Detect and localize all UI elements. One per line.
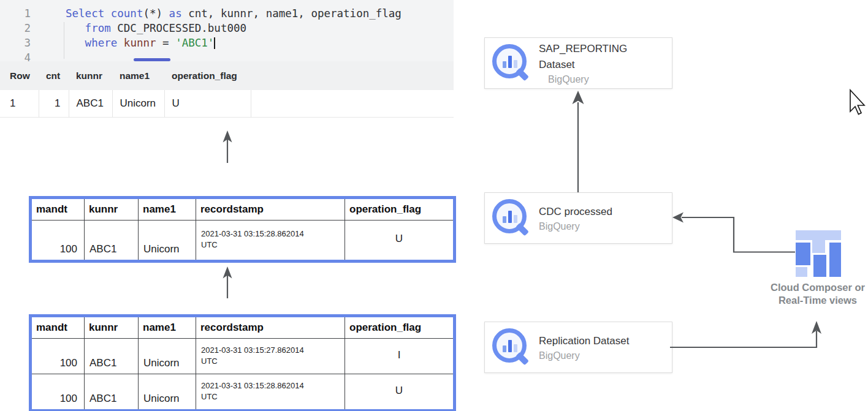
replication-dataset-table: mandtkunnrname1recordstampoperation_flag… <box>29 314 456 411</box>
card-subtitle: BigQuery <box>539 73 653 86</box>
card-cdc-processed: CDC processed BigQuery <box>484 192 672 244</box>
arrow-composer-to-cdc-card <box>682 217 795 252</box>
column-header: name1 <box>139 316 196 339</box>
code-line: 4 <box>0 50 454 61</box>
chart-bar-icon <box>508 56 512 68</box>
magnifier-handle <box>516 68 529 81</box>
header-row: mandtkunnrname1recordstampoperation_flag <box>31 316 455 339</box>
column-header: operation_flag <box>164 61 251 90</box>
table-row: 11ABC1UnicornU <box>0 90 454 118</box>
code-token: from <box>85 22 111 34</box>
column-header: recordstamp <box>196 198 345 221</box>
column-header: recordstamp <box>196 316 345 339</box>
cloud-composer-label: Cloud Composer or Real-Time views <box>763 281 868 307</box>
table-cell: ABC1 <box>85 339 139 374</box>
header-row: mandtkunnrname1recordstampoperation_flag <box>31 198 455 221</box>
table-row: 100ABC1Unicorn2021-03-31 03:15:27.862014… <box>31 339 455 374</box>
column-header: operation_flag <box>345 198 455 221</box>
column-header <box>251 61 454 90</box>
line-number: 1 <box>0 6 31 21</box>
column-header: kunnr <box>85 198 139 221</box>
table-row: 100ABC1Unicorn2021-03-31 03:15:28.862014… <box>31 374 455 411</box>
editor-scrollbar[interactable] <box>134 58 170 61</box>
line-number: 4 <box>0 50 31 61</box>
bigquery-icon <box>492 328 531 367</box>
column-header: name1 <box>139 198 196 221</box>
column-header: operation_flag <box>345 316 455 339</box>
table-cell: Unicorn <box>139 374 196 411</box>
indent-guide <box>64 22 64 59</box>
chart-bar-icon <box>514 215 517 223</box>
code-token: as <box>169 7 182 20</box>
chart-bar-icon <box>508 340 512 352</box>
column-header: name1 <box>112 61 164 90</box>
table-cell: 100 <box>31 221 85 262</box>
table-cell: 100 <box>31 339 85 374</box>
table-cell: Unicorn <box>139 221 196 262</box>
composer-label-line1: Cloud Composer or <box>763 281 868 294</box>
card-title: SAP_REPORTING Dataset <box>539 41 653 73</box>
code-line: 1Select count(*) as cnt, kunnr, name1, o… <box>0 6 454 21</box>
column-header: mandt <box>31 316 85 339</box>
chart-bar-icon <box>514 60 517 68</box>
table-cell: 1 <box>39 90 69 118</box>
table-cell: ABC1 <box>69 90 112 118</box>
code-token: CDC_PROCESSED.but000 <box>111 22 246 34</box>
column-header: cnt <box>39 61 69 90</box>
card-title: Replication Dataset <box>539 333 653 349</box>
code-line: 3 where kunnr = 'ABC1' <box>0 36 454 50</box>
card-subtitle: BigQuery <box>539 220 653 233</box>
chart-bar-icon <box>503 216 506 223</box>
query-results-panel: Rowcntkunnrname1operation_flag11ABC1Unic… <box>0 61 454 118</box>
table-cell: U <box>164 90 251 118</box>
card-replication-dataset: Replication Dataset BigQuery <box>484 322 672 373</box>
table-cell: ABC1 <box>85 374 139 411</box>
table-cell: ABC1 <box>85 221 139 262</box>
column-header: kunnr <box>85 316 139 339</box>
header-row: Rowcntkunnrname1operation_flag <box>0 61 454 90</box>
table-cell: Unicorn <box>139 339 196 374</box>
code-line: 2 from CDC_PROCESSED.but000 <box>0 21 454 36</box>
table-cell: 100 <box>31 374 85 411</box>
line-number: 2 <box>0 21 31 36</box>
cdc-processed-table: mandtkunnrname1recordstampoperation_flag… <box>29 196 456 263</box>
code-token <box>66 22 85 34</box>
code-token: = <box>156 37 176 49</box>
table-cell: U <box>345 221 455 262</box>
table-cell: 2021-03-31 03:15:28.862014 UTC <box>196 221 345 262</box>
code-token: (*) <box>143 7 162 20</box>
card-sap-reporting-dataset: SAP_REPORTING Dataset BigQuery <box>484 37 672 89</box>
card-subtitle: BigQuery <box>539 349 653 362</box>
code-token <box>104 7 111 20</box>
code-lines: 1Select count(*) as cnt, kunnr, name1, o… <box>0 0 454 61</box>
table-cell <box>251 90 454 118</box>
column-header: Row <box>0 61 39 90</box>
code-token: where <box>85 37 118 49</box>
code-token <box>66 37 85 49</box>
table-cell: 2021-03-31 03:15:27.862014 UTC <box>196 339 345 374</box>
chart-bar-icon <box>503 61 506 68</box>
table-cell: 2021-03-31 03:15:28.862014 UTC <box>196 374 345 411</box>
chart-bar-icon <box>508 211 512 223</box>
column-header: mandt <box>31 198 85 221</box>
code-token: Select <box>66 7 104 20</box>
bigquery-icon <box>492 198 531 238</box>
magnifier-handle <box>516 223 529 236</box>
card-title: CDC processed <box>539 204 653 220</box>
arrow-replication-card-to-composer <box>670 331 817 347</box>
table-cell: U <box>345 374 455 411</box>
line-number: 3 <box>0 36 31 50</box>
results-table: Rowcntkunnrname1operation_flag11ABC1Unic… <box>0 61 454 118</box>
magnifier-handle <box>516 352 529 366</box>
chart-bar-icon <box>503 345 506 352</box>
column-header: kunnr <box>69 61 112 90</box>
composer-label-line2: Real-Time views <box>763 294 868 307</box>
mouse-cursor <box>848 89 866 119</box>
sql-editor[interactable]: 1Select count(*) as cnt, kunnr, name1, o… <box>0 0 454 61</box>
code-token <box>162 7 169 20</box>
code-token: 'ABC1' <box>175 37 214 49</box>
table-cell: Unicorn <box>112 90 164 118</box>
page-canvas: 1Select count(*) as cnt, kunnr, name1, o… <box>0 0 868 411</box>
cloud-composer-icon <box>796 230 842 277</box>
table-cell: 1 <box>0 90 39 118</box>
